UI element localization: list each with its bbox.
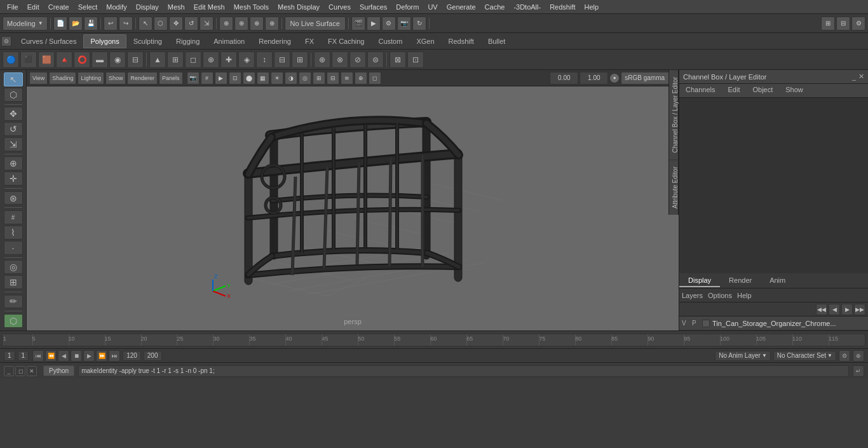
shelf-target-weld[interactable]: ✚	[220, 51, 237, 68]
shelf-fill-hole[interactable]: ◻	[185, 51, 201, 68]
vp-menu-view[interactable]: View	[29, 72, 48, 85]
lo-options[interactable]: Options	[708, 292, 732, 299]
vp-ao-btn[interactable]: ◎	[299, 72, 311, 85]
shelf-extrude[interactable]: ▲	[149, 51, 166, 68]
vp-playback-btn[interactable]: ▶	[215, 72, 227, 85]
pb-stop[interactable]: ⏹	[71, 350, 82, 362]
vp-motion-blur-btn[interactable]: ≋	[341, 72, 353, 85]
vp-menu-lighting[interactable]: Lighting	[78, 72, 104, 85]
menu-mesh-tools[interactable]: Mesh Tools	[229, 2, 273, 12]
lasso-tool-button[interactable]: ⬡	[154, 17, 168, 31]
menu-3dtall[interactable]: -3DtoAll-	[509, 2, 545, 12]
undo-button[interactable]: ↩	[104, 17, 118, 31]
shelf-merge[interactable]: ⊕	[203, 51, 219, 68]
shelf-boolean[interactable]: ⊘	[349, 51, 366, 68]
snap-point-button[interactable]: ⊕	[250, 17, 264, 31]
vp-smooth-btn[interactable]: ⬤	[243, 72, 255, 85]
cb-tab-edit[interactable]: Edit	[721, 84, 746, 97]
lo-help[interactable]: Help	[737, 292, 752, 299]
command-input[interactable]	[78, 365, 849, 377]
start-frame-display[interactable]: 1	[18, 351, 29, 361]
menu-modify[interactable]: Modify	[102, 2, 131, 12]
dr-tab-anim[interactable]: Anim	[761, 275, 794, 287]
tab-rendering[interactable]: Rendering	[252, 34, 298, 48]
snap-surface-button[interactable]: ⊕	[265, 17, 279, 31]
current-frame-display[interactable]: 1	[4, 351, 15, 361]
menu-create[interactable]: Create	[44, 2, 74, 12]
rotate-button[interactable]: ↺	[4, 122, 23, 136]
layer-nav-left2[interactable]: ◀◀	[816, 304, 827, 315]
tab-settings-button[interactable]: ⚙	[1, 36, 11, 46]
vp-menu-show[interactable]: Show	[105, 72, 126, 85]
rotate-tool-button[interactable]: ↺	[184, 17, 198, 31]
shelf-offset-edge[interactable]: ⊟	[274, 51, 290, 68]
tab-xgen[interactable]: XGen	[409, 34, 441, 48]
tab-bullet[interactable]: Bullet	[481, 34, 513, 48]
menu-deform[interactable]: Deform	[391, 2, 423, 12]
menu-uv[interactable]: UV	[423, 2, 442, 12]
show-hide-button[interactable]: ⊞	[821, 17, 835, 31]
pb-play-fwd[interactable]: ▶	[83, 350, 95, 362]
snap-curve-lt[interactable]: ⌇	[4, 226, 23, 240]
menu-curves[interactable]: Curves	[324, 2, 355, 12]
vp-light-btn[interactable]: ☀	[271, 72, 283, 85]
move-button[interactable]: ✥	[4, 107, 23, 121]
vp-menu-shading[interactable]: Shading	[49, 72, 76, 85]
vp-msaa-btn[interactable]: ⊞	[313, 72, 325, 85]
menu-display[interactable]: Display	[132, 2, 163, 12]
pb-step-fwd[interactable]: ⏩	[96, 350, 107, 362]
ipr-button[interactable]: ▶	[367, 17, 381, 31]
live-surface-button[interactable]: No Live Surface	[285, 17, 346, 31]
shelf-mirror[interactable]: ⊜	[367, 51, 384, 68]
timeline-ruler[interactable]: 1510152025303540455055606570758085909510…	[3, 334, 865, 346]
menu-select[interactable]: Select	[74, 2, 102, 12]
python-tab[interactable]: Python	[43, 365, 74, 376]
shelf-plane[interactable]: ▬	[92, 51, 108, 68]
show-manip-button[interactable]: ⊕	[4, 156, 23, 170]
save-file-button[interactable]: 💾	[84, 17, 98, 31]
new-file-button[interactable]: 📄	[53, 17, 67, 31]
vp-shadow-btn[interactable]: ◑	[285, 72, 297, 85]
shelf-insert-edge[interactable]: ↕	[256, 51, 273, 68]
layer-nav-right[interactable]: ▶	[841, 304, 853, 315]
anim-layer-dropdown[interactable]: No Anim Layer ▼	[715, 351, 771, 361]
tab-fx-caching[interactable]: FX Caching	[321, 34, 371, 48]
universal-manip-button[interactable]: ✛	[4, 172, 23, 186]
tab-animation[interactable]: Animation	[207, 34, 252, 48]
shelf-pipe[interactable]: ⊟	[127, 51, 144, 68]
menu-edit[interactable]: Edit	[23, 2, 44, 12]
dr-tab-render[interactable]: Render	[720, 275, 761, 287]
vp-xray-btn[interactable]: ◻	[369, 72, 381, 85]
select-mode-button[interactable]: ↖	[4, 72, 23, 86]
channel-box-close[interactable]: ✕	[858, 72, 864, 81]
layer-nav-right2[interactable]: ▶▶	[854, 304, 865, 315]
shelf-sphere[interactable]: 🔵	[3, 51, 19, 68]
cb-tab-show[interactable]: Show	[779, 84, 810, 97]
cb-tab-object[interactable]: Object	[746, 84, 779, 97]
move-tool-button[interactable]: ✥	[169, 17, 183, 31]
open-file-button[interactable]: 📂	[69, 17, 83, 31]
render-cam-button[interactable]: 📷	[397, 17, 411, 31]
preferences-button[interactable]: ⚙	[851, 17, 865, 31]
layout-button[interactable]: ⊟	[836, 17, 850, 31]
menu-surfaces[interactable]: Surfaces	[355, 2, 391, 12]
pb-play-back[interactable]: ◀	[58, 350, 69, 362]
shelf-combine[interactable]: ⊕	[314, 51, 330, 68]
shelf-cone[interactable]: 🔺	[56, 51, 72, 68]
menu-redshift[interactable]: Redshift	[545, 2, 580, 12]
shelf-bevel[interactable]: ◈	[238, 51, 255, 68]
shelf-bridge[interactable]: ⊞	[167, 51, 184, 68]
soft-select-button[interactable]: ⊛	[4, 191, 23, 205]
pb-goto-start[interactable]: ⏮	[32, 350, 44, 362]
shelf-torus[interactable]: ⭕	[74, 51, 90, 68]
cb-tab-channels[interactable]: Channels	[679, 84, 721, 97]
anim-settings-btn[interactable]: ⚙	[839, 350, 850, 362]
vp-menu-renderer[interactable]: Renderer	[127, 72, 158, 85]
channel-box-collapse[interactable]: _	[852, 73, 856, 81]
cmd-enter-btn[interactable]: ↵	[853, 365, 864, 377]
shelf-separate[interactable]: ⊗	[332, 51, 348, 68]
shelf-subdivide[interactable]: ⊞	[292, 51, 308, 68]
vp-dof-btn[interactable]: ⊟	[327, 72, 339, 85]
snap-curve-button[interactable]: ⊕	[234, 17, 248, 31]
shelf-disk[interactable]: ◉	[109, 51, 126, 68]
